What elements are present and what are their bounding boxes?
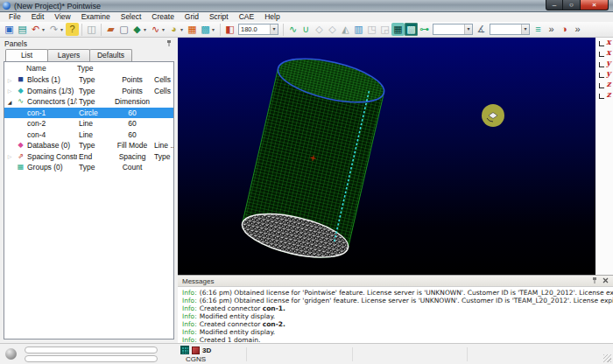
spline-curve-icon[interactable]: ∿ [286, 23, 299, 36]
structured-grid-icon[interactable]: ▦ [391, 23, 405, 36]
trackball-icon [5, 348, 17, 360]
menu-file[interactable]: File [4, 12, 26, 22]
tree-row-spacing-constraints[interactable]: ▷⇗Spacing Constrai...EndSpacingType [4, 151, 173, 163]
tree-col-value: Points [112, 87, 152, 95]
spacing-combo[interactable]: ▾ [490, 24, 530, 35]
tree-col-type: Type [77, 141, 112, 150]
menu-select[interactable]: Select [116, 12, 147, 22]
orient-hand-icon[interactable]: ◳ [365, 23, 378, 36]
dimension-combo[interactable]: ▾ [433, 24, 473, 35]
redo-icon[interactable]: ↷ [47, 23, 60, 36]
expand-arrow-icon[interactable]: ▷ [4, 153, 15, 159]
image-colors-icon[interactable]: ▦ [186, 23, 199, 36]
toolbar-overflow2-icon[interactable]: » [571, 23, 584, 36]
expand-arrow-icon[interactable]: ▷ [4, 77, 15, 83]
message-line: Info:(6:16 pm) Obtained license for 'Poi… [182, 289, 613, 297]
menu-create[interactable]: Create [146, 12, 180, 22]
tab-list[interactable]: List [5, 49, 48, 61]
axis-icon [599, 41, 604, 46]
pin-icon[interactable] [592, 276, 599, 285]
menu-help[interactable]: Help [259, 12, 285, 22]
mask-icon[interactable]: ▩ [199, 23, 212, 36]
message-level: Info: [182, 312, 197, 320]
tree-col-type: Circle [77, 108, 112, 117]
status-field-2[interactable] [25, 355, 158, 362]
close-icon[interactable] [602, 277, 609, 285]
create-circle-icon[interactable]: ◕ [167, 23, 180, 36]
chevron-down-icon[interactable]: ▾ [464, 24, 472, 34]
entity-mask-icon[interactable]: ◑ [558, 23, 571, 36]
status-field-1[interactable] [25, 346, 158, 354]
menu-script[interactable]: Script [204, 12, 234, 22]
tree-row-con-1[interactable]: con-1Circle60 [4, 108, 173, 119]
tree-row-database[interactable]: ◆Database (0)TypeFill ModeLine ... [4, 140, 173, 151]
tree-row-con-4[interactable]: con-4Line60 [4, 130, 173, 141]
cube-icon [192, 346, 200, 354]
chevron-down-icon[interactable]: ▾ [212, 26, 217, 32]
toolbar-overflow-icon[interactable]: » [545, 23, 558, 36]
connector-link-icon[interactable]: ⊶ [418, 23, 431, 36]
tree-col-type: Type [77, 87, 112, 95]
open-file-icon[interactable]: ▤ [16, 23, 29, 36]
tree-col-type: Line [77, 130, 112, 139]
message-line: Info:Created 1 domain. [182, 336, 613, 343]
tree-row-groups[interactable]: ▦Groups (0)TypeCount [4, 162, 173, 173]
tree-label: Blocks (1) [26, 75, 77, 84]
angle-combo[interactable]: 180.0▾ [238, 24, 278, 35]
tab-defaults[interactable]: Defaults [89, 49, 132, 61]
arc-curve-icon[interactable]: ∪ [299, 23, 313, 36]
panels-header: Panels [0, 38, 178, 49]
tree-row-domains[interactable]: ▷◆Domains (1/3)TypePointsCells [4, 86, 173, 97]
3d-view[interactable] [178, 38, 595, 275]
tree-row-con-2[interactable]: con-2Line60 [4, 118, 173, 130]
help-icon[interactable]: ? [66, 23, 79, 36]
menu-examine[interactable]: Examine [76, 12, 116, 22]
tree-row-connectors[interactable]: ◢∿Connectors (1/3)TypeDimension [4, 96, 173, 108]
create-domain-icon[interactable]: ◆ [130, 23, 144, 36]
chevron-down-icon[interactable]: ▾ [270, 24, 278, 34]
paint-style-icon[interactable]: ▰ [104, 23, 117, 36]
tree-label: Database (0) [26, 141, 77, 150]
toolbar: ▣▤↶▾↷▾?◫▰▢◆▾∿▾◕▾▦▩▾◧180.0▾∿∪◇◇◭▥◳◲▦▩⊶▾∡▾… [0, 22, 613, 38]
menu-cae[interactable]: CAE [234, 12, 259, 22]
close-button[interactable]: × [581, 0, 609, 10]
layers-stack-icon[interactable]: ≡ [532, 23, 545, 36]
pin-icon[interactable] [166, 39, 173, 48]
tree-col-extra: Type [152, 152, 173, 161]
block-icon[interactable]: ▥ [352, 23, 365, 36]
minimize-button[interactable]: – [546, 0, 563, 10]
solve-grid-icon[interactable]: ▩ [405, 23, 418, 36]
menu-grid[interactable]: Grid [180, 12, 204, 22]
angle-measure-icon[interactable]: ∡ [475, 23, 488, 36]
wedge-icon[interactable]: ◭ [339, 23, 352, 36]
resize-grip[interactable] [603, 354, 611, 362]
combo-value: 180.0 [239, 25, 270, 33]
orient-hand2-icon[interactable]: ◲ [378, 23, 391, 36]
maximize-button[interactable]: ○ [563, 0, 581, 10]
menu-edit[interactable]: Edit [26, 12, 50, 22]
expand-arrow-icon[interactable]: ▷ [4, 88, 15, 94]
main-area: Panels ListLayersDefaults Name Type ▷◼Bl… [0, 38, 613, 343]
tab-layers[interactable]: Layers [47, 49, 90, 61]
tree-row-spacing-constraints-icon: ⇗ [15, 151, 26, 162]
create-connector-icon[interactable]: ∿ [149, 23, 162, 36]
menu-bar: FileEditViewExamineSelectCreateGridScrip… [0, 12, 613, 22]
undo-icon[interactable]: ↶ [29, 23, 42, 36]
title-bar[interactable]: (New Project)* Pointwise –○× [0, 0, 613, 12]
expand-arrow-icon[interactable]: ◢ [4, 99, 15, 105]
tree-row-blocks[interactable]: ▷◼Blocks (1)TypePointsCells [4, 74, 173, 86]
view-glasses-icon[interactable]: ◫ [85, 23, 98, 36]
view-axis-toolbar: xxyyzz [595, 38, 613, 275]
display-angle-icon[interactable]: ◧ [223, 23, 236, 36]
assemble-domain2-icon[interactable]: ◇ [326, 23, 339, 36]
message-line: Info:Created connector con-2. [182, 320, 613, 328]
save-icon[interactable]: ▣ [3, 23, 16, 36]
message-level: Info: [182, 297, 197, 304]
menu-view[interactable]: View [49, 12, 75, 22]
axis-icon [599, 83, 604, 88]
assemble-domain-icon[interactable]: ◇ [313, 23, 326, 36]
app-icon [3, 2, 11, 10]
view-minus-z-button[interactable]: z [597, 92, 612, 102]
wire-cube-icon[interactable]: ▢ [117, 23, 130, 36]
chevron-down-icon[interactable]: ▾ [521, 24, 529, 34]
